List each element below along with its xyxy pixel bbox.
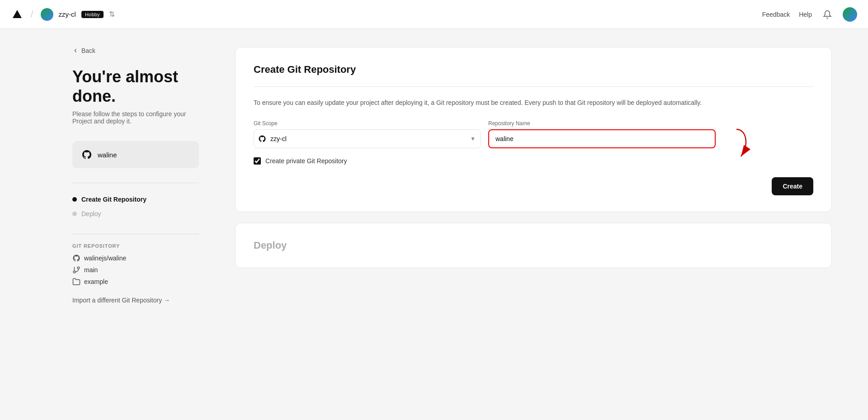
form-row: Git Scope zzy-cl ▼ Re (254, 120, 813, 148)
git-scope-label: Git Scope (254, 120, 481, 127)
git-folder-row: example (72, 278, 199, 286)
page-subtitle: Please follow the steps to configure you… (72, 110, 195, 125)
checkbox-row: Create private Git Repository (254, 157, 813, 165)
repo-name-label: Repository Name (488, 120, 716, 127)
svg-point-3 (73, 271, 75, 274)
left-panel: Back You're almost done. Please follow t… (0, 29, 217, 420)
deploy-title: Deploy (254, 240, 813, 251)
import-link-label: Import a different Git Repository → (72, 297, 170, 304)
create-git-description: To ensure you can easily update your pro… (254, 98, 813, 108)
deploy-card: Deploy (235, 223, 832, 268)
nav-chevron-icon[interactable]: ⇅ (109, 10, 115, 19)
nav-left: / zzy-cl Hobby ⇅ (11, 8, 115, 21)
step-label-1: Create Git Repository (81, 196, 146, 203)
help-link[interactable]: Help (799, 11, 812, 18)
repo-name-group: Repository Name (488, 120, 716, 148)
repo-name-input[interactable] (488, 129, 716, 148)
git-section-title: GIT REPOSITORY (72, 243, 199, 249)
plan-badge: Hobby (81, 11, 104, 18)
project-icon (41, 8, 53, 21)
top-navigation: / zzy-cl Hobby ⇅ Feedback Help (0, 0, 868, 29)
private-repo-label: Create private Git Repository (265, 157, 347, 165)
feedback-link[interactable]: Feedback (762, 11, 790, 18)
git-folder-name: example (84, 278, 108, 285)
nav-separator: / (31, 9, 33, 19)
project-name[interactable]: zzy-cl (59, 10, 76, 18)
right-panel: Create Git Repository To ensure you can … (217, 29, 868, 420)
svg-point-2 (77, 267, 80, 269)
nav-right: Feedback Help (762, 7, 857, 22)
git-scope-group: Git Scope zzy-cl ▼ (254, 120, 481, 148)
card-footer: Create (254, 177, 813, 195)
git-repo-name: walinejs/waline (84, 255, 126, 262)
import-link[interactable]: Import a different Git Repository → (72, 297, 195, 304)
step-item-2: Deploy (72, 207, 199, 221)
private-repo-checkbox[interactable] (254, 157, 261, 165)
step-dot-1 (72, 197, 77, 202)
git-branch-name: main (84, 266, 98, 274)
git-section: GIT REPOSITORY walinejs/waline main (72, 234, 199, 286)
git-scope-select[interactable]: zzy-cl (254, 129, 481, 148)
step-item-1: Create Git Repository (72, 192, 199, 207)
step-dot-2 (72, 212, 77, 216)
notification-icon[interactable] (821, 8, 834, 21)
back-label: Back (81, 47, 95, 54)
page-wrapper: Back You're almost done. Please follow t… (0, 29, 868, 420)
repo-card-name: waline (98, 151, 117, 159)
user-avatar[interactable] (843, 7, 857, 22)
create-button[interactable]: Create (772, 177, 813, 195)
repo-card: waline (72, 141, 199, 168)
git-branch-row: main (72, 266, 199, 274)
back-link[interactable]: Back (72, 47, 195, 54)
steps-list: Create Git Repository Deploy (72, 183, 199, 221)
git-repo-row: walinejs/waline (72, 254, 199, 262)
git-scope-select-wrapper: zzy-cl ▼ (254, 129, 481, 148)
page-title: You're almost done. (72, 67, 195, 106)
vercel-logo[interactable] (11, 8, 24, 21)
create-git-card: Create Git Repository To ensure you can … (235, 47, 832, 212)
step-label-2: Deploy (81, 210, 101, 217)
create-git-title: Create Git Repository (254, 64, 813, 87)
svg-marker-0 (13, 10, 22, 18)
form-area: Git Scope zzy-cl ▼ Re (254, 120, 813, 148)
